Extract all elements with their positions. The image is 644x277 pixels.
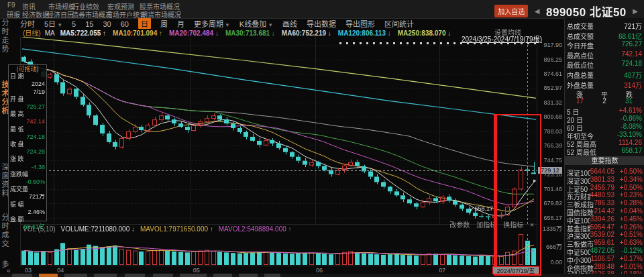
ohlc-tooltip-panel[interactable]: (可拖动)日 期2024 7/19开 盘726.27最 高742.14最 低72… <box>8 64 47 221</box>
month-label-07: 07 <box>439 267 445 274</box>
tooltip-row-label: 日 期 <box>10 73 45 80</box>
tooltip-row-value: 724.28 <box>10 148 45 156</box>
ma-value-ma5: MA5:722.055 ↑ <box>60 30 106 37</box>
indicator-link-0[interactable]: 改参数 <box>449 221 470 229</box>
month-label-05: 05 <box>193 267 200 274</box>
menu-item-row2-0[interactable]: 研报 <box>7 9 20 19</box>
mavol1-value: MAVOL1:7971650.000 ↑ <box>140 225 213 233</box>
volume-value: VOLUME:7211080.000 ↓ <box>61 225 135 233</box>
stat-row-2: 今日开盘726.27 <box>567 40 642 50</box>
crosshair-price-tag: 729.12 <box>538 167 562 174</box>
tooltip-row-label: 收 盘 <box>10 141 45 148</box>
tooltip-row-value: -0.60% <box>10 178 45 186</box>
tooltip-row-value: 2.46% <box>10 209 45 216</box>
tooltip-row-value: 2024 7/19 <box>10 80 45 95</box>
tick-dots-row <box>339 42 537 44</box>
mavol2-value: MAVOL2:5498894.000 ↑ <box>219 225 292 233</box>
title-row: 加入自选 ◀ 899050 北证50 ▶ <box>494 3 641 17</box>
tooltip-drag-title: (可拖动) <box>10 66 45 73</box>
tooltip-row-label: 涨 跌 <box>10 156 45 163</box>
tooltip-row-label: 最 高 <box>10 111 45 118</box>
stat-row-0: 总成交量721万 <box>567 21 642 31</box>
crosshair-date-tag: 2024/07/19/五 <box>492 266 539 274</box>
price-tick: 874.61 <box>537 70 562 77</box>
bottom-tab-strip <box>0 274 644 277</box>
tooltip-row-label: 成交量 <box>10 186 45 193</box>
tooltip-row-label: 开 盘 <box>10 96 45 103</box>
tooltip-row-label: 最 低 <box>10 126 45 133</box>
tooltip-row-label: 涨跌幅 <box>10 171 45 178</box>
ma-value-ma20: MA20:702.484 ↓ <box>169 30 219 37</box>
ma-value-ma250: MA250:838.070 ↓ <box>398 30 451 37</box>
tooltip-row-label: 振 幅 <box>10 201 45 209</box>
tooltip-row-label: 金 额 <box>10 216 45 223</box>
low-point-annotation: ↙658.17 <box>470 205 493 212</box>
ma-value-ma10: MA10:701.094 ↑ <box>113 30 162 37</box>
axis-divider <box>20 266 537 266</box>
menu-item-row1-0[interactable]: F9 <box>7 1 15 9</box>
stock-app-window: F9资讯市场规模行业绩效宏观预测股票市场概况研报经济数据经济日历债券市场概况市场… <box>0 0 644 277</box>
stat-row-4: 最低点位724.18 <box>567 60 642 70</box>
price-tick: 896.25 <box>537 56 562 63</box>
right-stats-panel: 总成交量721万总成交额68.61亿今日开盘726.27最高点位742.14最低… <box>564 18 644 277</box>
month-label-04: 04 <box>57 267 64 274</box>
volume-indicator-bar: VOL (5,10)VOLUME:7211080.000 ↓MAVOL1:797… <box>23 225 297 233</box>
ma-value-ma30: MA30:713.681 ↓ <box>225 30 275 37</box>
price-tick: 852.97 <box>537 85 562 91</box>
chart-period-toolbar: 分时5日▼5153060日周月更多周期▼K线叠加▼画线导出数据导出图形区间统计 <box>20 18 644 27</box>
tooltip-row-value: 724.18 <box>10 133 45 141</box>
period-row-5: 52 周最低658.17 <box>567 147 642 157</box>
stat-row-5: 内盘总量407万 <box>567 70 642 80</box>
volume-chart-canvas[interactable] <box>21 234 537 266</box>
stat-row-6: 外盘总量314万 <box>567 80 642 90</box>
month-label-03: 03 <box>25 267 32 274</box>
tooltip-row-value: 68.61亿 <box>10 223 45 231</box>
security-title: 899050 北证50 <box>546 6 627 19</box>
important-index-header: 重要指数 <box>565 156 644 165</box>
ma-label: MA <box>45 30 55 37</box>
ma-value-ma120: MA120:806.113 ↓ <box>338 30 391 37</box>
stat-row-3: 最高点位742.14 <box>567 50 642 60</box>
prev-security-icon[interactable]: ◀ <box>535 7 540 15</box>
sidebar-tab-0[interactable]: 分时走势 <box>1 19 10 54</box>
updown-values: 17231 <box>567 97 642 105</box>
red-highlight-annotation <box>494 114 541 276</box>
period-label: (日线) <box>23 30 41 37</box>
price-chart-canvas[interactable] <box>21 37 537 225</box>
price-tick: 831.32 <box>537 99 562 106</box>
tooltip-row-value: 742.14 <box>10 118 45 125</box>
stat-row-1: 总成交额68.61亿 <box>567 31 642 41</box>
set-ma-link[interactable]: 设置均线 <box>494 27 521 37</box>
ma-value-ma60: MA60:752.219 ↓ <box>282 30 331 37</box>
month-label-06: 06 <box>316 267 323 274</box>
tooltip-row-value: -4.38 <box>10 164 45 171</box>
tooltip-row-value: 721万 <box>10 193 45 201</box>
next-security-icon[interactable]: ▶ <box>633 7 638 15</box>
tooltip-row-value: 726.27 <box>10 103 45 111</box>
add-watchlist-button[interactable]: 加入自选 <box>494 5 528 17</box>
